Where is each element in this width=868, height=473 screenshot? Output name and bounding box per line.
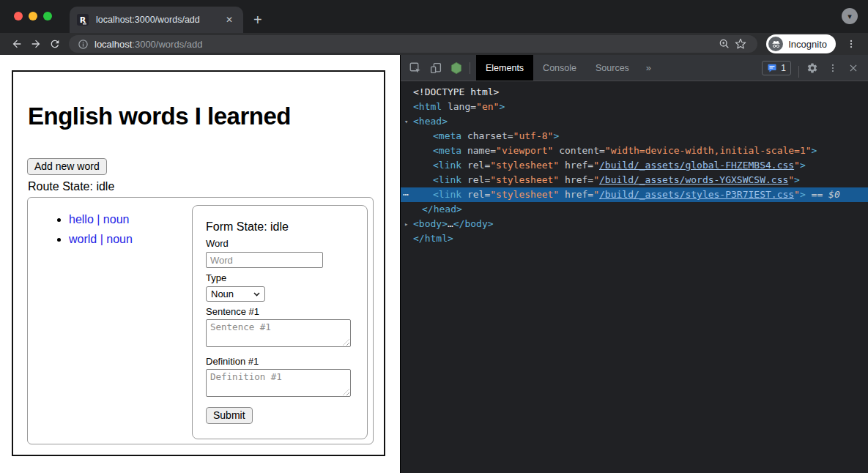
url-bar[interactable]: localhost:3000/words/add	[69, 35, 757, 53]
reload-button[interactable]	[45, 34, 64, 53]
devtools-code-line[interactable]: ▾<head>	[401, 114, 868, 129]
toolbar-divider	[470, 62, 470, 74]
browser-menu-button[interactable]	[842, 34, 861, 53]
devtools-code-line[interactable]: <link rel="stylesheet" href="/build/_ass…	[401, 173, 868, 187]
selected-line-gutter-dots[interactable]: ⋯	[403, 187, 409, 202]
reload-icon	[49, 38, 61, 50]
devtools-code-line[interactable]: <html lang="en">	[401, 100, 868, 114]
browser-window: R localhost:3000/words/add ✕ + ▾ localho…	[0, 0, 868, 473]
devtools-code-line[interactable]: </html>	[401, 231, 868, 246]
tab-close-icon[interactable]: ✕	[223, 15, 236, 25]
code-token: "	[788, 174, 794, 185]
submit-button[interactable]: Submit	[206, 407, 253, 424]
remix-favicon-icon: R	[77, 14, 89, 26]
device-toolbar-button[interactable]	[426, 55, 446, 81]
close-icon	[848, 63, 858, 73]
code-token: href=	[559, 160, 593, 171]
nodejs-hexagon-icon	[450, 62, 463, 75]
word-link-world[interactable]: world | noun	[69, 233, 133, 245]
definition-textarea[interactable]	[206, 369, 351, 397]
node-debug-button[interactable]	[446, 55, 467, 81]
code-token: "	[593, 189, 599, 200]
code-token: /build/_assets/global-FHZEMBS4.css	[599, 160, 794, 171]
code-token: >	[794, 174, 800, 185]
devtools-code-line[interactable]: <meta name="viewport" content="width=dev…	[401, 144, 868, 158]
code-token: href=	[559, 189, 593, 200]
gear-icon	[806, 62, 818, 74]
code-token: <link	[433, 160, 461, 171]
devtools-close-button[interactable]	[843, 55, 864, 81]
minimize-window-button[interactable]	[29, 12, 37, 21]
close-window-button[interactable]	[14, 12, 23, 21]
code-token: rel=	[461, 160, 490, 171]
code-token: "	[794, 189, 800, 200]
code-token: "en"	[476, 101, 499, 112]
code-token: rel=	[461, 174, 490, 185]
devtools-code-line[interactable]: <!DOCTYPE html>	[401, 85, 868, 100]
code-token: rel=	[461, 189, 490, 200]
word-link-hello[interactable]: hello | noun	[69, 213, 129, 226]
devtools-code-line[interactable]: ▸<body>…</body>	[401, 217, 868, 231]
kebab-menu-icon	[828, 63, 838, 73]
expand-arrow-icon[interactable]: ▸	[404, 217, 408, 231]
code-token: <body>	[413, 218, 448, 229]
code-token: "	[593, 174, 599, 185]
code-token: >	[812, 145, 817, 156]
devtools-tabs: Elements Console Sources »	[476, 55, 659, 81]
tab-console[interactable]: Console	[533, 55, 586, 81]
devtools-code: <!DOCTYPE html><html lang="en">▾<head><m…	[401, 81, 868, 473]
back-arrow-icon	[11, 38, 23, 50]
content-area: English words I learned Add new word Rou…	[0, 55, 868, 473]
code-token: "stylesheet"	[490, 160, 559, 171]
tab-search-button[interactable]: ▾	[842, 8, 858, 24]
inspect-element-button[interactable]	[405, 55, 426, 81]
words-panel: hello | noun world | noun Form State: id…	[27, 197, 374, 444]
toolbar-divider	[798, 66, 799, 78]
code-token: <link	[433, 189, 461, 200]
code-token: <meta	[433, 130, 461, 141]
code-token: >	[499, 101, 505, 112]
message-bubble-icon	[767, 63, 777, 73]
sentence-textarea[interactable]	[206, 319, 351, 347]
window-controls	[14, 12, 52, 21]
sentence-textarea-wrap	[206, 319, 351, 347]
incognito-label: Incognito	[788, 39, 827, 50]
expand-arrow-icon[interactable]: ▾	[404, 114, 408, 129]
new-tab-button[interactable]: +	[253, 12, 262, 27]
devtools-code-line[interactable]: </head>	[401, 202, 868, 217]
devtools-code-line[interactable]: <meta charset="utf-8">	[401, 129, 868, 144]
zoom-button[interactable]	[716, 34, 732, 53]
word-input[interactable]	[206, 252, 323, 268]
issues-counter-button[interactable]: 1	[762, 61, 791, 75]
add-word-form: Form State: idle Word Type Noun Sentence…	[192, 205, 368, 439]
page-info-icon[interactable]	[78, 39, 89, 50]
devtools-code-line[interactable]: ⋯<link rel="stylesheet" href="/build/_as…	[401, 187, 868, 202]
back-button[interactable]	[7, 34, 26, 53]
add-new-word-button[interactable]: Add new word	[27, 158, 107, 175]
code-token: "stylesheet"	[490, 174, 559, 185]
tab-strip: R localhost:3000/words/add ✕ + ▾	[0, 0, 868, 33]
code-token: >	[800, 160, 806, 171]
devtools-menu-button[interactable]	[823, 55, 843, 81]
more-tabs-button[interactable]: »	[639, 55, 659, 81]
code-token: href=	[559, 174, 593, 185]
code-token: <!DOCTYPE html>	[413, 86, 499, 97]
devtools-code-line[interactable]: <link rel="stylesheet" href="/build/_ass…	[401, 158, 868, 173]
route-state-text: Route State: idle	[28, 180, 384, 193]
devtools-panel: Elements Console Sources » 1	[400, 55, 868, 473]
forward-button[interactable]	[26, 34, 45, 53]
type-select[interactable]: Noun	[206, 286, 265, 302]
code-token: >	[553, 130, 559, 141]
tab-sources[interactable]: Sources	[586, 55, 639, 81]
tab-elements[interactable]: Elements	[476, 55, 533, 81]
devtools-settings-button[interactable]	[802, 55, 823, 81]
code-token: "stylesheet"	[490, 189, 559, 200]
code-token: </body>	[453, 218, 494, 229]
inspect-cursor-icon	[409, 62, 422, 75]
code-token: </html>	[413, 233, 453, 244]
bookmark-button[interactable]	[732, 34, 749, 53]
code-token: lang=	[442, 101, 476, 112]
browser-tab[interactable]: R localhost:3000/words/add ✕	[70, 7, 243, 33]
maximize-window-button[interactable]	[43, 12, 52, 21]
code-token: "viewport"	[496, 145, 553, 156]
